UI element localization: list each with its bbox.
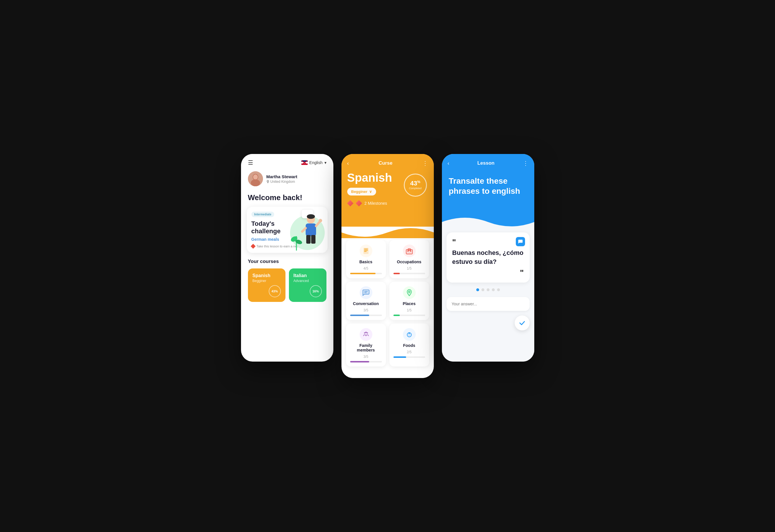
svg-rect-19 [364, 251, 367, 252]
lesson-card-basics[interactable]: Basics 4/5 [346, 240, 386, 278]
intermediate-badge: Intermediate [252, 212, 274, 217]
phone2-hero: Spanish Begginer ∨ 43% Completed 2 Miles… [342, 167, 434, 227]
lesson-card-occupations[interactable]: Occupations 1/5 [389, 240, 429, 278]
course-level: Begginer [253, 279, 281, 283]
progress-fill [393, 273, 400, 274]
header-title: Curse [378, 160, 392, 166]
language-selector[interactable]: English ▾ [301, 160, 327, 165]
profile-section: Martha Stewart United Kingdom [241, 169, 333, 191]
places-icon [403, 286, 416, 299]
svg-rect-12 [311, 235, 316, 244]
svg-rect-7 [306, 223, 316, 236]
chevron-down-icon: ∨ [369, 189, 372, 194]
svg-line-10 [302, 228, 306, 232]
dot-2[interactable] [481, 288, 484, 291]
character-illustration [291, 213, 322, 251]
check-button[interactable] [515, 315, 530, 330]
beginner-badge[interactable]: Begginer ∨ [347, 188, 376, 195]
basics-icon [360, 245, 372, 257]
header-title: Lesson [477, 160, 495, 166]
phone3-content: " Buenas noches, ¿cómo estuvo su día? " [442, 228, 534, 355]
progress-fill [393, 356, 406, 358]
lesson-name: Occupations [397, 260, 421, 264]
back-button[interactable]: ‹ [347, 160, 349, 166]
phone3-hero: Transalte these phrases to english [442, 171, 534, 216]
back-button[interactable]: ‹ [448, 160, 449, 166]
lesson-name: Basics [359, 260, 372, 264]
more-button[interactable]: ⋮ [422, 160, 428, 167]
svg-rect-4 [253, 180, 258, 186]
lesson-card-places[interactable]: Places 1/5 [389, 282, 429, 320]
svg-rect-24 [410, 251, 411, 251]
svg-rect-11 [306, 235, 311, 244]
dot-4[interactable] [492, 288, 495, 291]
completed-label: Completed [409, 187, 422, 190]
course-name: Spanish [253, 273, 281, 278]
occupations-icon [403, 245, 416, 257]
language-label: English [309, 160, 323, 165]
dot-5[interactable] [497, 288, 500, 291]
courses-section: Your courses Spanish Begginer 43% Italia… [241, 259, 333, 307]
lesson-progress-bar [393, 356, 425, 358]
phone-1: ☰ English ▾ Martha Stewart [241, 154, 333, 362]
pagination-dots [446, 288, 530, 291]
lesson-progress-bar [393, 273, 425, 274]
milestones-row: 2 Milestones [347, 200, 428, 206]
avatar [248, 171, 263, 186]
course-card-italian[interactable]: Italian Advanced 16% [289, 268, 327, 302]
lesson-progress-label: 3/5 [363, 355, 368, 359]
lesson-card-family[interactable]: Family members 3/5 [346, 324, 386, 366]
svg-rect-17 [364, 249, 368, 249]
course-progress: 43% [269, 285, 281, 297]
svg-rect-23 [407, 251, 408, 251]
phone3-bottom [442, 355, 534, 362]
svg-point-9 [319, 219, 322, 222]
profile-info: Martha Stewart United Kingdom [267, 174, 327, 184]
lesson-progress-bar [350, 361, 382, 362]
lesson-progress-label: 4/5 [363, 266, 368, 270]
phone2-top: ‹ Curse ⋮ Spanish Begginer ∨ 43% Complet… [342, 154, 434, 238]
quote-open: " [452, 238, 524, 246]
lesson-progress-label: 1/5 [407, 308, 412, 312]
course-level: Advanced [294, 279, 322, 283]
hamburger-icon[interactable]: ☰ [248, 160, 253, 166]
lesson-name: Foods [403, 343, 415, 348]
svg-point-2 [253, 174, 258, 180]
progress-fill [350, 273, 376, 274]
translation-text: Buenas noches, ¿cómo estuvo su día? [452, 249, 524, 266]
phone1-header: ☰ English ▾ [241, 154, 333, 169]
quote-close: " [452, 269, 524, 277]
lesson-question: Transalte these phrases to english [449, 176, 527, 196]
completed-circle: 43% Completed [404, 174, 427, 197]
phone2-header: ‹ Curse ⋮ [342, 154, 434, 167]
progress-fill [393, 315, 400, 316]
phone-3: ‹ Lesson ⋮ Transalte these phrases to en… [442, 154, 534, 362]
course-name: Italian [294, 273, 322, 278]
lesson-card-foods[interactable]: Foods 2/5 [389, 324, 429, 366]
phone3-header: ‹ Lesson ⋮ [442, 154, 534, 171]
lesson-name: Conversation [353, 301, 379, 306]
lessons-grid: Basics 4/5 Occupations 1/5 [342, 235, 434, 371]
flag-icon [301, 160, 308, 165]
lesson-name: Family members [350, 343, 382, 352]
dot-3[interactable] [487, 288, 489, 291]
lesson-progress-bar [350, 315, 382, 316]
progress-fill [350, 361, 369, 362]
courses-list: Spanish Begginer 43% Italian Advanced 16… [248, 268, 327, 302]
translation-card: " Buenas noches, ¿cómo estuvo su día? " [446, 232, 530, 283]
challenge-card[interactable]: Intermediate Today'schallenge German mea… [247, 207, 328, 253]
progress-fill [350, 315, 369, 316]
lesson-name: Places [403, 301, 415, 306]
lesson-progress-label: 3/5 [363, 308, 368, 312]
milestones-text: 2 Milestones [365, 201, 387, 206]
lesson-card-conversation[interactable]: Conversation 3/5 [346, 282, 386, 320]
wave-divider [442, 216, 534, 228]
lesson-progress-bar [393, 315, 425, 316]
dot-1[interactable] [476, 288, 479, 291]
answer-input[interactable] [446, 297, 530, 311]
completed-pct: 43% [410, 180, 420, 187]
course-card-spanish[interactable]: Spanish Begginer 43% [248, 268, 286, 302]
conversation-icon [360, 286, 372, 299]
more-button[interactable]: ⋮ [523, 160, 528, 167]
phone-2: ‹ Curse ⋮ Spanish Begginer ∨ 43% Complet… [342, 154, 434, 378]
